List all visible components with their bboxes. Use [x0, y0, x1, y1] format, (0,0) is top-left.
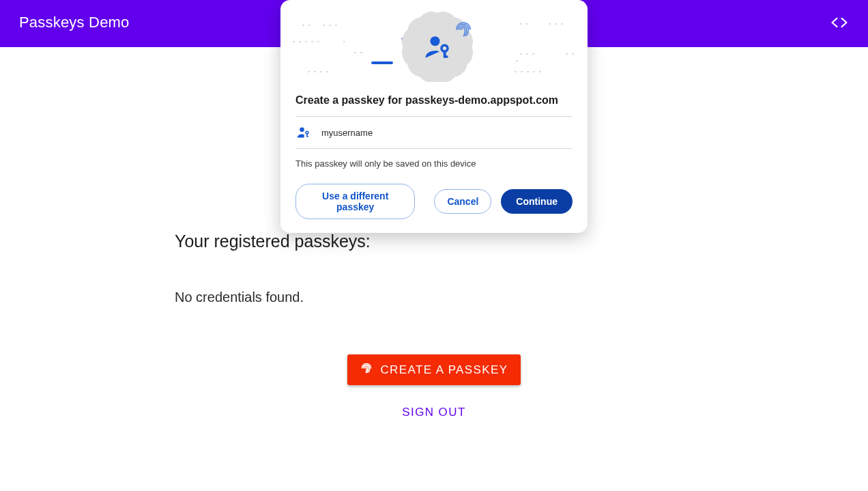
dialog-title: Create a passkey for passkeys-demo.appsp…: [295, 94, 573, 107]
dialog-user-row: myusername: [295, 116, 573, 149]
code-icon[interactable]: [830, 16, 849, 29]
decorative-dots: • • •: [520, 51, 536, 57]
dialog-body: Create a passkey for passkeys-demo.appsp…: [280, 94, 588, 219]
decorative-dots: •: [343, 38, 347, 44]
decorative-dots: •: [516, 57, 519, 64]
fingerprint-icon: [360, 361, 373, 378]
dialog-username: myusername: [321, 128, 373, 138]
decorative-dots: • • • • •: [515, 68, 542, 74]
svg-point-4: [300, 128, 304, 132]
cancel-button[interactable]: Cancel: [434, 189, 491, 214]
svg-rect-7: [306, 136, 308, 137]
create-passkey-button[interactable]: CREATE A PASSKEY: [347, 354, 520, 385]
decorative-dots: • •: [354, 49, 364, 55]
empty-state-text: No credentials found.: [175, 290, 693, 305]
decorative-dots: • • • • •: [293, 38, 321, 44]
use-different-passkey-button[interactable]: Use a different passkey: [295, 184, 415, 219]
illustration-center: ***: [400, 16, 468, 78]
dialog-illustration: • • • • • • • • • • • • • • • • • • • • …: [280, 0, 588, 82]
svg-point-5: [306, 131, 308, 134]
decorative-dots: • •: [302, 22, 312, 28]
registered-passkeys-heading: Your registered passkeys:: [175, 232, 693, 251]
passkey-user-icon: [297, 126, 310, 139]
create-passkey-button-label: CREATE A PASSKEY: [380, 363, 508, 377]
svg-rect-3: [444, 55, 448, 58]
decorative-dots: • • •: [549, 20, 564, 27]
passkey-person-icon: [423, 33, 452, 64]
svg-point-0: [431, 36, 440, 46]
create-passkey-dialog: • • • • • • • • • • • • • • • • • • • • …: [280, 0, 588, 233]
sign-out-button[interactable]: SIGN OUT: [402, 406, 465, 419]
app-title: Passkeys Demo: [19, 14, 130, 31]
dialog-note: This passkey will only be saved on this …: [295, 158, 573, 169]
decorative-dots: • •: [566, 51, 575, 57]
decorative-dots: • •: [519, 20, 529, 27]
decorative-dots: • • • •: [308, 68, 330, 74]
fingerprint-icon: [453, 19, 474, 42]
svg-point-1: [442, 45, 448, 51]
page-actions: CREATE A PASSKEY SIGN OUT: [175, 354, 693, 419]
dialog-actions: Use a different passkey Cancel Continue: [295, 184, 573, 219]
continue-button[interactable]: Continue: [501, 189, 573, 214]
decorative-dots: • • •: [323, 22, 338, 28]
badge-icon: [407, 16, 468, 78]
underline-icon: [371, 61, 393, 64]
